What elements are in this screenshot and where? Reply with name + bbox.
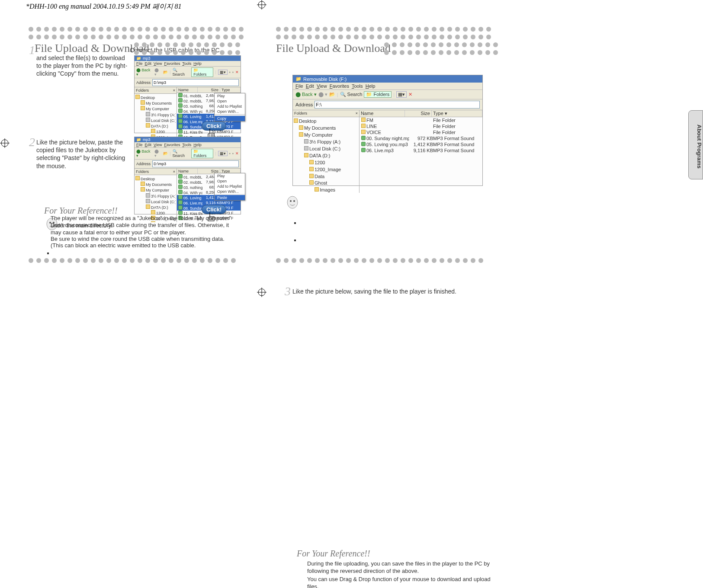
decorative-dots bbox=[276, 258, 483, 263]
bullet-icon bbox=[294, 240, 296, 241]
step-number-3: 3 bbox=[285, 284, 291, 298]
decorative-dots bbox=[276, 27, 491, 32]
decorative-dots bbox=[134, 50, 240, 55]
reference-heading-left: For Your Reference!! bbox=[44, 206, 118, 216]
page-title-right: File Upload & Download bbox=[276, 42, 391, 55]
svg-point-20 bbox=[293, 200, 295, 202]
address-input[interactable] bbox=[152, 160, 239, 167]
step-number-2: 2 bbox=[29, 135, 35, 149]
registration-mark-center bbox=[257, 288, 266, 297]
svg-point-19 bbox=[290, 200, 292, 202]
reference-item-2: Don't disconnect the USB cable during th… bbox=[51, 222, 241, 236]
step-number-1: 1 bbox=[29, 43, 35, 57]
context-menu-copy: PlayOpenAdd to PlaylistOpen With... Copy bbox=[214, 93, 245, 121]
registration-mark-left bbox=[0, 138, 10, 148]
step-2-text: Like the picture below, paste the copied… bbox=[36, 138, 129, 170]
reference-item-3b: (This can block an electric wave emitted… bbox=[51, 242, 241, 249]
address-input[interactable] bbox=[315, 101, 480, 109]
registration-mark-top bbox=[257, 0, 266, 10]
decorative-dots bbox=[29, 35, 244, 39]
decorative-dots bbox=[29, 27, 244, 32]
print-header: *DHH-100 eng manual 2004.10.19 5:49 PM 페… bbox=[26, 2, 182, 11]
reference-heading-right: For Your Reference!! bbox=[297, 549, 370, 559]
decorative-dots bbox=[29, 258, 236, 263]
step-3-text: Like the picture below, saving the file … bbox=[292, 288, 491, 295]
decorative-dots bbox=[276, 35, 491, 39]
side-tab-about-programs: About Programs bbox=[688, 110, 703, 179]
bullet-icon bbox=[294, 222, 296, 224]
bullet-icon bbox=[47, 252, 49, 254]
reference-right-item-1: During the file uploading, you can save … bbox=[307, 560, 498, 575]
address-input[interactable] bbox=[152, 79, 239, 86]
decorative-dots bbox=[384, 50, 498, 55]
decorative-dots bbox=[134, 42, 240, 47]
step-1-text: and select the file(s) to download to th… bbox=[36, 54, 129, 78]
svg-point-18 bbox=[287, 196, 298, 208]
reference-right-item-2: You can use Drag & Drop function of your… bbox=[307, 576, 498, 588]
context-menu-paste: PlayOpenAdd to PlaylistOpen With...Paste bbox=[214, 173, 245, 201]
screenshot-result: 📁Removable Disk (F:)File Edit View Favor… bbox=[292, 75, 483, 186]
mascot-icon bbox=[284, 194, 301, 211]
decorative-dots bbox=[384, 42, 498, 47]
